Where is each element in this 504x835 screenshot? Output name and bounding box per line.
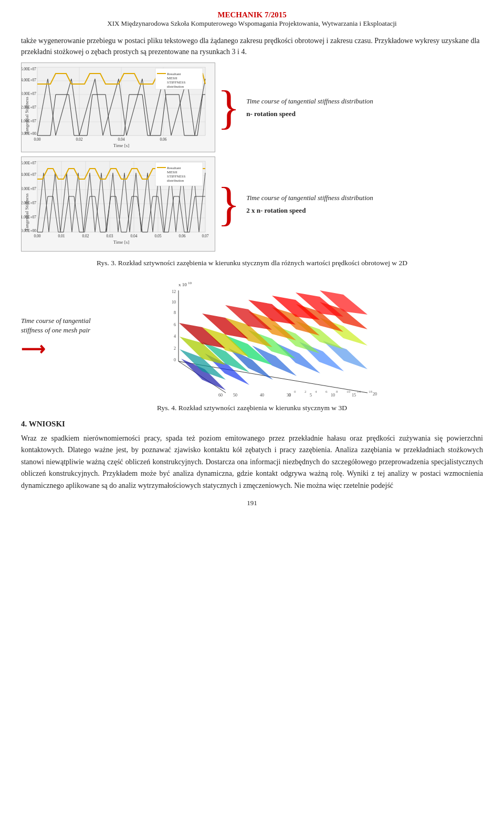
svg-text:0: 0	[294, 390, 296, 394]
chart-row-1: Tangential Stiffness 0.00E+00 1.00E+07 2…	[21, 62, 483, 152]
svg-text:distribution: distribution	[167, 179, 184, 183]
chart-2-labels: Time course of tangential stiffness dist…	[246, 193, 373, 214]
conference-subtitle: XIX Międzynarodowa Szkoła Komputerowego …	[21, 19, 483, 28]
svg-text:10: 10	[346, 390, 351, 394]
svg-text:Tangential Stiffness: Tangential Stiffness	[24, 193, 29, 231]
bracket-1: }	[217, 84, 240, 131]
svg-text:60: 60	[218, 393, 223, 398]
chart-2-annotation: } Time course of tangential stiffness di…	[217, 181, 373, 228]
figure-3d-section: Time course of tangential stiffness of o…	[21, 275, 483, 401]
svg-text:0.02: 0.02	[82, 234, 89, 238]
svg-text:0.00: 0.00	[34, 137, 40, 142]
svg-text:5.00E+07: 5.00E+07	[22, 161, 36, 165]
mesh-pair-left: Time course of tangential stiffness of o…	[21, 316, 110, 359]
svg-text:5: 5	[310, 393, 312, 398]
svg-text:2.00E+07: 2.00E+07	[22, 201, 36, 205]
chart-2-svg: Tangential Stiffness 0.00E+00 1.00E+07 2…	[22, 157, 216, 249]
svg-text:8: 8	[174, 310, 176, 315]
svg-text:50: 50	[233, 393, 237, 398]
page-header: MECHANIK 7/2015 XIX Międzynarodowa Szkoł…	[21, 11, 483, 28]
svg-text:14: 14	[357, 390, 361, 394]
svg-text:1.00E+07: 1.00E+07	[22, 119, 36, 123]
charts-2d-section: Tangential Stiffness 0.00E+00 1.00E+07 2…	[21, 62, 483, 256]
chart-2-desc: Time course of tangential stiffness dist…	[246, 193, 373, 203]
chart-1-labels: Time course of tangential stiffness dist…	[246, 97, 373, 118]
svg-text:12: 12	[172, 289, 176, 294]
svg-text:distribution: distribution	[167, 85, 184, 89]
chart-2-speed: 2 x n- rotation speed	[246, 206, 373, 215]
svg-text:0.00E+00: 0.00E+00	[22, 131, 36, 136]
svg-text:10: 10	[172, 300, 176, 305]
svg-text:4.00E+07: 4.00E+07	[22, 172, 36, 177]
svg-text:Resultant: Resultant	[167, 166, 181, 170]
svg-text:4: 4	[315, 390, 317, 394]
svg-text:20: 20	[373, 392, 377, 396]
chart-1-area: Tangential Stiffness 0.00E+00 1.00E+07 2…	[21, 62, 215, 152]
svg-text:Resultant: Resultant	[167, 72, 181, 76]
intro-paragraph: także wygenerowanie przebiegu w postaci …	[21, 35, 483, 57]
svg-text:0.01: 0.01	[58, 234, 65, 238]
svg-text:3.00E+07: 3.00E+07	[22, 91, 36, 96]
rys4-caption: Rys. 4. Rozkład sztywności zazębienia w …	[21, 404, 483, 412]
chart-3d-area: x 10 10 12 10 8 6 4 2 0	[110, 280, 483, 395]
svg-text:STIFFNESS: STIFFNESS	[167, 174, 186, 179]
svg-text:STIFFNESS: STIFFNESS	[167, 80, 186, 85]
svg-text:0.03: 0.03	[106, 234, 113, 238]
chart-1-annotation: } Time course of tangential stiffness di…	[217, 84, 373, 131]
svg-text:0.04: 0.04	[130, 234, 137, 238]
svg-text:0.00: 0.00	[34, 234, 40, 238]
bracket-2: }	[217, 181, 240, 228]
red-arrow-icon: ⟶	[21, 339, 43, 359]
svg-text:15: 15	[352, 393, 356, 398]
svg-text:30: 30	[287, 393, 291, 398]
journal-title: MECHANIK 7/2015	[21, 11, 483, 19]
rys3-caption: Rys. 3. Rozkład sztywności zazębienia w …	[21, 259, 483, 267]
svg-text:Tangential Stiffness: Tangential Stiffness	[24, 97, 29, 134]
svg-text:2.00E+07: 2.00E+07	[22, 105, 36, 110]
svg-text:18: 18	[369, 390, 373, 394]
svg-text:4: 4	[174, 334, 176, 339]
chart-1-svg: Tangential Stiffness 0.00E+00 1.00E+07 2…	[22, 63, 216, 150]
chart-2-area: Tangential Stiffness 0.00E+00 1.00E+07 2…	[21, 156, 215, 252]
svg-text:0.05: 0.05	[154, 234, 161, 238]
svg-text:Time [s]: Time [s]	[113, 239, 129, 245]
svg-text:0.06: 0.06	[160, 137, 166, 142]
figure-3d-row: Time course of tangential stiffness of o…	[21, 280, 483, 395]
svg-text:8: 8	[336, 390, 338, 394]
svg-text:1.00E+07: 1.00E+07	[22, 215, 36, 220]
svg-text:40: 40	[260, 393, 264, 398]
chart-1-speed: n- rotation speed	[246, 110, 373, 118]
svg-text:Time [s]: Time [s]	[113, 143, 129, 148]
svg-text:6: 6	[174, 322, 176, 327]
svg-text:2: 2	[304, 390, 307, 394]
svg-text:MESH: MESH	[167, 76, 177, 80]
svg-text:x 10: x 10	[178, 282, 187, 287]
svg-text:10: 10	[331, 393, 335, 398]
svg-text:0.04: 0.04	[118, 137, 124, 142]
svg-text:0.00E+00: 0.00E+00	[22, 228, 36, 233]
chart-3d-svg: x 10 10 12 10 8 6 4 2 0	[110, 280, 425, 401]
svg-text:0: 0	[174, 358, 176, 362]
page-number: 191	[21, 499, 483, 507]
svg-text:6: 6	[326, 390, 328, 394]
svg-text:5.00E+07: 5.00E+07	[22, 67, 36, 71]
arrow-container: ⟶	[21, 339, 43, 359]
svg-text:3.00E+07: 3.00E+07	[22, 186, 36, 191]
chart-row-2: Tangential Stiffness 0.00E+00 1.00E+07 2…	[21, 156, 483, 252]
svg-text:2: 2	[174, 346, 176, 351]
section-4-para1: Wraz ze spadkiem nierównomierności pracy…	[21, 433, 483, 492]
chart-1-desc: Time course of tangential stiffness dist…	[246, 97, 373, 106]
svg-text:0.07: 0.07	[202, 234, 208, 238]
svg-text:4.00E+07: 4.00E+07	[22, 78, 36, 82]
svg-text:0.02: 0.02	[76, 137, 82, 142]
svg-text:10: 10	[188, 281, 192, 285]
svg-text:MESH: MESH	[167, 170, 177, 174]
mesh-pair-label: Time course of tangential stiffness of o…	[21, 316, 105, 335]
section-4-heading: 4. WNIOSKI	[21, 420, 483, 429]
svg-text:0.06: 0.06	[178, 234, 185, 238]
